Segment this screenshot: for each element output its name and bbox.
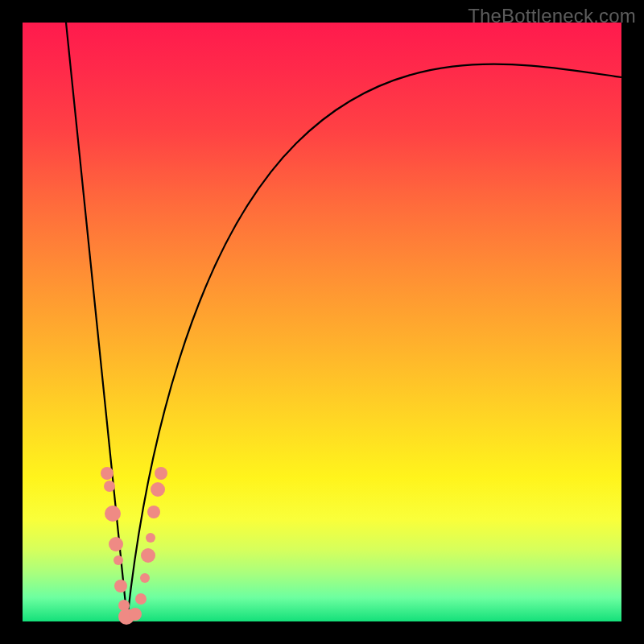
- data-marker: [141, 548, 155, 563]
- chart-container: TheBottleneck.com: [0, 0, 644, 644]
- data-marker: [151, 482, 165, 497]
- data-marker: [114, 555, 123, 565]
- curves-svg: [23, 23, 621, 621]
- data-marker: [109, 537, 123, 551]
- data-marker: [146, 533, 155, 543]
- data-marker: [140, 573, 150, 583]
- markers-group: [101, 467, 167, 625]
- right-curve: [127, 64, 621, 620]
- data-marker: [135, 593, 147, 605]
- data-marker: [101, 467, 114, 480]
- data-marker: [155, 467, 167, 480]
- data-marker: [129, 608, 142, 621]
- data-marker: [104, 481, 115, 492]
- data-marker: [147, 506, 160, 518]
- data-marker: [114, 580, 127, 592]
- plot-area: [23, 23, 621, 621]
- left-curve: [66, 23, 127, 620]
- watermark-text: TheBottleneck.com: [468, 5, 636, 27]
- data-marker: [105, 506, 121, 522]
